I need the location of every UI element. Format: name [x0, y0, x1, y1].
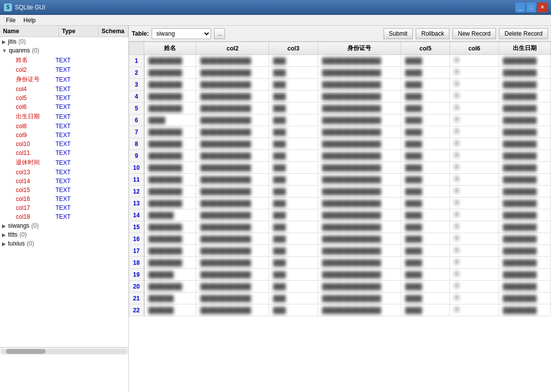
table-cell[interactable]: ████ [401, 304, 450, 316]
table-cell[interactable]: 男 [450, 126, 499, 138]
table-cell[interactable]: ████████ [499, 138, 551, 150]
table-cell[interactable]: ██████████████ [318, 126, 401, 138]
maximize-button[interactable]: □ [526, 2, 536, 12]
table-cell[interactable]: 男 [450, 269, 499, 281]
table-cell[interactable]: ███ [269, 186, 318, 197]
table-cell[interactable]: ████ [401, 245, 450, 257]
table-cell[interactable]: 男 [450, 67, 499, 79]
sidebar-column-item[interactable]: col10TEXT [0, 140, 128, 148]
table-cell[interactable]: ████████ [499, 293, 551, 304]
table-row[interactable]: 11██████████████████████████████████████… [129, 174, 551, 186]
table-row[interactable]: 12██████████████████████████████████████… [129, 186, 551, 197]
table-select[interactable]: siwang [152, 28, 211, 39]
table-cell[interactable]: 男 [450, 257, 499, 269]
table-cell[interactable]: ██████████████ [318, 233, 401, 245]
table-cell[interactable]: ████████████ [196, 114, 269, 126]
table-cell[interactable]: ██████████████ [318, 67, 401, 79]
table-row[interactable]: 1███████████████████████████████████████… [129, 55, 551, 67]
table-cell[interactable]: ██████████████ [318, 209, 401, 221]
table-cell[interactable]: ████████ [144, 67, 196, 79]
table-cell[interactable]: ████████ [499, 233, 551, 245]
title-bar-controls[interactable]: _ □ ✕ [515, 2, 547, 12]
table-cell[interactable]: ████████████ [196, 150, 269, 162]
table-cell[interactable]: ████████ [499, 186, 551, 197]
sidebar-column-item[interactable]: 姓名TEXT [0, 55, 128, 65]
table-cell[interactable]: 男 [450, 55, 499, 67]
table-cell[interactable]: ████████ [144, 233, 196, 245]
table-cell[interactable]: ████████ [499, 281, 551, 293]
table-cell[interactable]: ███ [269, 245, 318, 257]
table-cell[interactable]: ████ [401, 138, 450, 150]
table-cell[interactable]: ██████████████ [318, 293, 401, 304]
table-cell[interactable]: ████ [401, 67, 450, 79]
horizontal-scrollbar[interactable] [1, 349, 127, 354]
sidebar-column-item[interactable]: col8TEXT [0, 122, 128, 131]
sidebar-column-item[interactable]: 退休时间TEXT [0, 157, 128, 168]
table-cell[interactable]: 男 [450, 186, 499, 197]
table-cell[interactable]: ████ [401, 174, 450, 186]
table-cell[interactable]: ████████ [144, 55, 196, 67]
table-cell[interactable]: ████████ [499, 114, 551, 126]
table-cell[interactable]: 男 [450, 91, 499, 102]
table-cell[interactable]: ████ [401, 197, 450, 209]
table-cell[interactable]: ██████████████ [318, 79, 401, 91]
table-cell[interactable]: 男 [450, 102, 499, 114]
table-cell[interactable]: ██████████████ [318, 304, 401, 316]
table-cell[interactable]: ██████████████ [318, 55, 401, 67]
table-cell[interactable]: ████████ [499, 209, 551, 221]
menu-help[interactable]: Help [19, 16, 40, 25]
sidebar-column-item[interactable]: col17TEXT [0, 203, 128, 212]
table-cell[interactable]: ████████ [499, 126, 551, 138]
table-cell[interactable]: ███ [269, 150, 318, 162]
table-cell[interactable]: 男 [450, 174, 499, 186]
table-cell[interactable]: ████ [401, 186, 450, 197]
table-cell[interactable]: ████████████ [196, 209, 269, 221]
table-cell[interactable]: ████████ [499, 245, 551, 257]
table-cell[interactable]: ███ [269, 174, 318, 186]
delete-record-button[interactable]: Delete Record [499, 28, 548, 39]
table-cell[interactable]: ███ [269, 304, 318, 316]
table-cell[interactable]: ████████████ [196, 245, 269, 257]
table-row[interactable]: 10██████████████████████████████████████… [129, 162, 551, 174]
table-container[interactable]: 姓名 col2 col3 身份证号 col5 col6 出生日期 1██████… [129, 42, 551, 392]
table-cell[interactable]: ██████████████ [318, 102, 401, 114]
table-cell[interactable]: 男 [450, 281, 499, 293]
table-row[interactable]: 4███████████████████████████████████████… [129, 91, 551, 102]
sidebar-item-tttts[interactable]: ▶ tttts (0) [0, 230, 128, 239]
table-cell[interactable]: ██████████████ [318, 174, 401, 186]
table-cell[interactable]: ████ [401, 209, 450, 221]
table-cell[interactable]: ███ [269, 162, 318, 174]
table-cell[interactable]: ██████████████ [318, 138, 401, 150]
table-cell[interactable]: ████████ [499, 67, 551, 79]
table-cell[interactable]: ████████ [499, 55, 551, 67]
sidebar-column-item[interactable]: 身份证号TEXT [0, 74, 128, 85]
table-cell[interactable]: ████████████ [196, 304, 269, 316]
new-record-button[interactable]: New Record [452, 28, 496, 39]
table-cell[interactable]: ████████ [144, 174, 196, 186]
table-cell[interactable]: ███ [269, 257, 318, 269]
table-cell[interactable]: ████████ [144, 91, 196, 102]
table-cell[interactable]: ████████████ [196, 233, 269, 245]
sidebar-column-item[interactable]: 出生日期TEXT [0, 111, 128, 122]
sidebar-item-quanms[interactable]: ▼ quanms (0) [0, 46, 128, 55]
table-cell[interactable]: ███ [269, 233, 318, 245]
table-cell[interactable]: ████████ [144, 197, 196, 209]
sidebar-column-item[interactable]: col14TEXT [0, 177, 128, 186]
table-cell[interactable]: ████████████ [196, 79, 269, 91]
table-cell[interactable]: ████████ [144, 79, 196, 91]
table-cell[interactable]: ████████████ [196, 102, 269, 114]
table-cell[interactable]: ████████ [499, 304, 551, 316]
table-row[interactable]: 5███████████████████████████████████████… [129, 102, 551, 114]
table-cell[interactable]: ████ [401, 293, 450, 304]
sidebar-column-item[interactable]: col18TEXT [0, 212, 128, 221]
table-cell[interactable]: ████ [401, 150, 450, 162]
table-cell[interactable]: ████ [401, 162, 450, 174]
table-row[interactable]: 2███████████████████████████████████████… [129, 67, 551, 79]
table-row[interactable]: 8███████████████████████████████████████… [129, 138, 551, 150]
table-cell[interactable]: ███ [269, 281, 318, 293]
table-row[interactable]: 3███████████████████████████████████████… [129, 79, 551, 91]
table-cell[interactable]: ████████ [144, 150, 196, 162]
table-row[interactable]: 19██████████████████████████████████████… [129, 269, 551, 281]
table-cell[interactable]: ████████████ [196, 138, 269, 150]
sidebar-column-item[interactable]: col9TEXT [0, 131, 128, 140]
